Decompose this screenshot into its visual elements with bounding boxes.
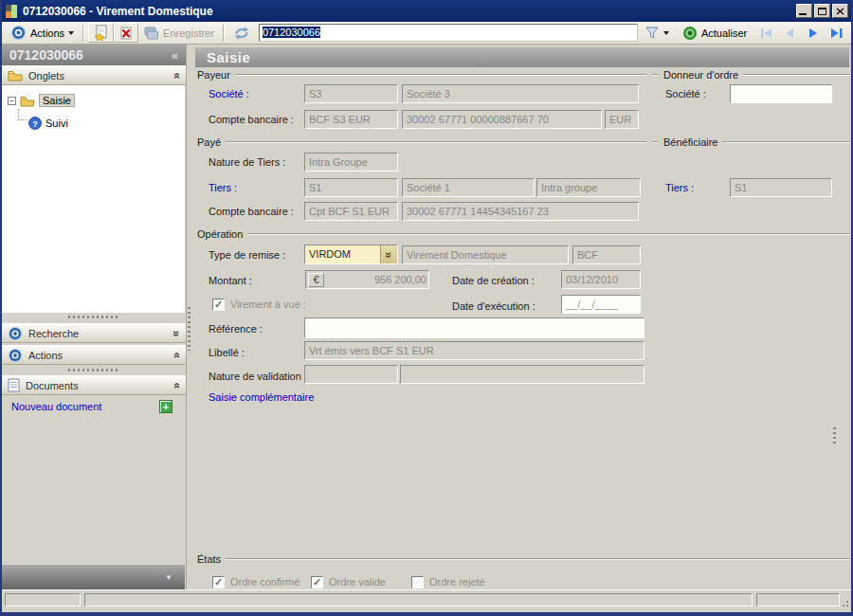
- date-creation-label: Date de création :: [452, 271, 535, 290]
- type-remise-value: VIRDOM: [305, 245, 380, 263]
- refresh-orb-icon: [682, 26, 698, 41]
- application-window: 0712030066 - Virement Domestique Actions…: [0, 0, 853, 616]
- panel-label-onglets: Onglets: [28, 70, 64, 82]
- vertical-splitter-handle[interactable]: [833, 427, 836, 446]
- filter-funnel-icon: [644, 26, 660, 40]
- panel-header-recherche[interactable]: Recherche »: [2, 323, 186, 343]
- actions-menu-label: Actions: [30, 27, 64, 39]
- sidebar-collapse-button[interactable]: «: [172, 48, 178, 63]
- checkbox-icon: ✓: [212, 576, 225, 589]
- new-document-link[interactable]: Nouveau document: [11, 401, 101, 412]
- next-record-icon[interactable]: [803, 27, 823, 40]
- libelle-field: Vrt émis vers BCF S1 EUR: [304, 341, 644, 360]
- type-remise-combobox[interactable]: VIRDOM »: [304, 245, 398, 264]
- sync-button[interactable]: [228, 23, 255, 43]
- tree-expander-icon[interactable]: −: [8, 97, 16, 105]
- ordre-valide-checkbox: ✓ Ordre valide: [311, 572, 386, 591]
- checkbox-icon: ✓: [212, 299, 225, 311]
- expand-down-icon: »: [172, 330, 182, 336]
- type-remise-banque-field: BCF: [572, 245, 641, 264]
- group-operation: Opération: [197, 228, 849, 240]
- maximize-button[interactable]: [814, 4, 830, 18]
- payeur-societe-name-field: Société 3: [402, 84, 639, 103]
- group-paye: Payé: [197, 136, 646, 148]
- check-icon: ✓: [313, 577, 321, 588]
- check-icon: ✓: [214, 577, 223, 588]
- collapsed-panel-bar[interactable]: ▼: [2, 565, 185, 589]
- document-id-value: 0712030066: [263, 27, 320, 38]
- montant-field: € 956 200,00: [305, 270, 429, 289]
- new-document-icon: [93, 25, 109, 41]
- open-folder-icon: [20, 95, 35, 107]
- panel-header-onglets[interactable]: Onglets »: [2, 65, 186, 85]
- ordre-valide-label: Ordre valide: [329, 572, 386, 591]
- group-donneur-label: Donneur d'ordre: [663, 69, 738, 81]
- tree-item-suivi[interactable]: ? Suivi: [2, 115, 185, 132]
- group-payeur-label: Payeur: [197, 69, 230, 81]
- group-paye-label: Payé: [197, 136, 221, 148]
- panel-header-actions[interactable]: Actions »: [2, 345, 186, 365]
- paye-compte-number-field: 30002 67771 14454345167 23: [402, 202, 639, 221]
- combo-dropdown-button[interactable]: »: [380, 245, 397, 263]
- close-icon: [836, 8, 844, 15]
- filter-dropdown-icon: [663, 31, 669, 35]
- panel-header-documents[interactable]: Documents »: [2, 375, 186, 395]
- tree-item-suivi-label: Suivi: [45, 118, 68, 129]
- payeur-societe-code-field: S3: [304, 84, 398, 103]
- window-title: 0712030066 - Virement Domestique: [23, 5, 791, 18]
- beneficiaire-tiers-field: S1: [730, 178, 832, 197]
- minimize-icon: [799, 13, 807, 15]
- sidebar-splitter-handle[interactable]: [68, 369, 119, 371]
- status-panel: [756, 593, 840, 607]
- nature-validation-label: Nature de validation :: [209, 367, 307, 386]
- tree-item-saisie-label: Saisie: [39, 94, 75, 107]
- virement-a-vue-label: Virement à vue :: [230, 295, 306, 314]
- add-document-button[interactable]: +: [159, 400, 172, 413]
- panel-label-recherche: Recherche: [28, 328, 79, 339]
- payeur-compte-devise-field: EUR: [605, 110, 639, 129]
- minimize-button[interactable]: [796, 4, 812, 18]
- beneficiaire-tiers-label[interactable]: Tiers :: [665, 178, 694, 197]
- maximize-icon: [818, 8, 826, 15]
- collapse-up-icon: »: [172, 72, 182, 79]
- date-execution-label: Date d'exécution :: [452, 297, 535, 316]
- donneur-societe-field[interactable]: [730, 84, 832, 103]
- group-operation-label: Opération: [197, 228, 243, 240]
- title-bar: 0712030066 - Virement Domestique: [2, 0, 851, 22]
- sidebar-splitter-handle[interactable]: [68, 316, 119, 318]
- record-navigation: [757, 27, 845, 40]
- collapse-up-icon: »: [172, 382, 182, 389]
- nature-validation-field-2: [400, 365, 644, 384]
- date-execution-field[interactable]: __/__/____: [561, 295, 641, 314]
- payeur-compte-number-field: 30002 67771 00000887667 70: [402, 110, 602, 129]
- document-icon: [8, 378, 20, 392]
- refresh-button[interactable]: Actualiser: [678, 23, 752, 43]
- app-icon: [5, 5, 18, 18]
- svg-text:?: ?: [32, 119, 38, 129]
- reference-field[interactable]: [304, 317, 644, 338]
- filter-button[interactable]: [640, 23, 674, 43]
- document-id-input[interactable]: 0712030066: [259, 24, 638, 42]
- actions-menu-button[interactable]: Actions: [6, 23, 79, 43]
- last-record-icon[interactable]: [826, 27, 845, 40]
- sidebar-header: 0712030066 «: [2, 45, 186, 65]
- folder-icon: [8, 69, 23, 82]
- paye-nature-label: Nature de Tiers :: [209, 153, 285, 172]
- nature-validation-field-1: [304, 365, 398, 384]
- saisie-complementaire-link[interactable]: Saisie complémentaire: [209, 391, 314, 403]
- tree-item-saisie[interactable]: − Saisie: [2, 92, 185, 109]
- page-title: Saisie: [195, 47, 849, 67]
- save-button: Enregistrer: [138, 23, 219, 43]
- delete-icon: [118, 26, 134, 41]
- paye-tiers-label[interactable]: Tiers :: [209, 178, 237, 197]
- resize-grip-icon[interactable]: [840, 598, 850, 608]
- checkbox-icon: ✓: [411, 576, 424, 589]
- group-etats: États: [197, 553, 849, 565]
- vertical-splitter-handle[interactable]: [188, 307, 191, 351]
- new-document-button[interactable]: [88, 23, 114, 43]
- group-etats-label: États: [197, 553, 221, 565]
- payeur-societe-label[interactable]: Société :: [209, 84, 249, 103]
- close-button[interactable]: [832, 4, 848, 18]
- delete-button[interactable]: [114, 23, 138, 43]
- currency-euro-button[interactable]: €: [308, 273, 324, 287]
